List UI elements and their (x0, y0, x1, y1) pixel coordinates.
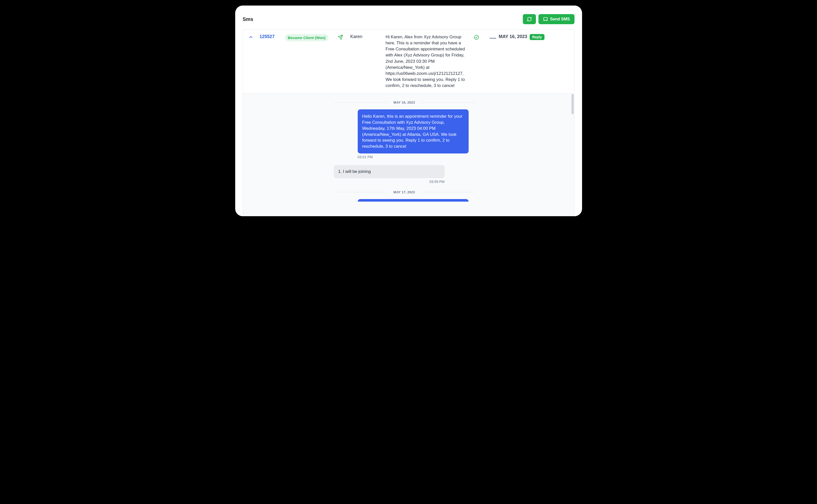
date-separator: MAY 17, 2023 (334, 190, 475, 194)
conversation-thread[interactable]: MAY 16, 2023 Hello Karen, this is an app… (243, 93, 574, 216)
check-circle-icon (474, 35, 479, 40)
outgoing-message-partial (358, 199, 469, 202)
date-separator: MAY 16, 2023 (334, 101, 475, 104)
thread-inner: MAY 16, 2023 Hello Karen, this is an app… (334, 101, 475, 202)
date-text: MAY 16, 2023 (499, 34, 527, 39)
date-cell: — MAY 16, 2023 Reply (487, 34, 544, 41)
date-dash: — (490, 35, 496, 41)
outgoing-message: Hello Karen, this is an appointment remi… (358, 109, 469, 153)
message-preview: Hi Karen, Alex from Xyz Advisory Group h… (386, 34, 466, 89)
separator-label: MAY 16, 2023 (394, 101, 415, 104)
incoming-message: 1. I will be joining (334, 165, 445, 178)
status-badge: Became Client (Won) (285, 34, 329, 41)
paper-plane-icon (338, 35, 343, 40)
page-title: Sms (243, 16, 523, 22)
chevron-up-icon (248, 35, 253, 40)
svg-point-1 (474, 35, 478, 40)
record-id-link[interactable]: 125527 (260, 34, 275, 39)
expand-toggle[interactable] (247, 34, 255, 40)
scrollbar-thumb[interactable] (571, 94, 574, 114)
sent-indicator (335, 34, 345, 40)
table-row: 125527 Became Client (Won) Karen Hi Kare… (243, 29, 574, 93)
sms-table: 125527 Became Client (Won) Karen Hi Kare… (243, 29, 574, 216)
send-sms-label: Send SMS (550, 17, 570, 21)
incoming-time: 03:59 PM (334, 180, 445, 184)
header-bar: Sms Send SMS (235, 6, 582, 29)
reply-button[interactable]: Reply (530, 34, 544, 40)
send-sms-button[interactable]: Send SMS (538, 14, 574, 24)
sms-window: Sms Send SMS (235, 5, 583, 217)
refresh-button[interactable] (523, 14, 536, 24)
separator-line (334, 192, 389, 192)
refresh-icon (527, 17, 532, 22)
sms-compose-icon (543, 17, 548, 22)
separator-line (334, 102, 389, 103)
separator-line (419, 102, 475, 103)
separator-line (419, 192, 475, 192)
separator-label: MAY 17, 2023 (394, 190, 415, 194)
contact-name: Karen (350, 34, 362, 39)
delivery-status (471, 34, 481, 40)
content-area: 125527 Became Client (Won) Karen Hi Kare… (235, 29, 582, 216)
outgoing-time: 03:01 PM (358, 155, 475, 159)
